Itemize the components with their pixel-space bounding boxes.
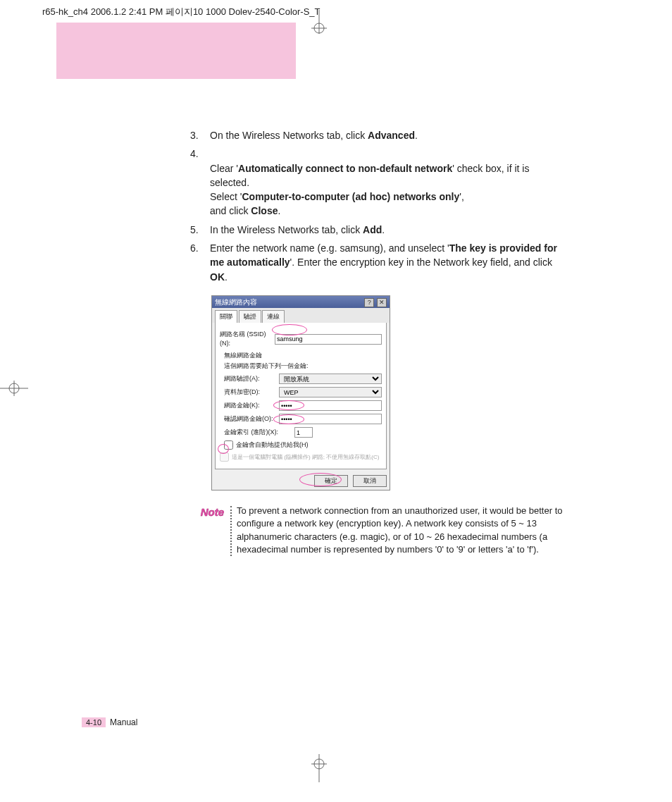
dialog-tabs: 關聯 驗證 連線: [212, 308, 390, 323]
note-block: Note To prevent a network connection fro…: [190, 505, 571, 556]
dialog-title: 無線網路內容: [215, 297, 257, 307]
text: .: [415, 130, 418, 141]
tab-authentication[interactable]: 驗證: [239, 310, 261, 323]
group-wireless-key: 無線網路金鑰: [224, 351, 382, 360]
help-button[interactable]: ?: [364, 298, 374, 307]
key-label: 網路金鑰(K):: [224, 401, 279, 410]
step-body: Clear 'Automatically connect to non-defa…: [210, 147, 571, 218]
adhoc-checkbox: [220, 452, 229, 462]
print-header: r65-hk_ch4 2006.1.2 2:41 PM 페이지10 1000 D…: [42, 6, 321, 18]
note-label: Note: [190, 505, 230, 556]
auth-select[interactable]: 開放系統: [279, 374, 382, 384]
text: .: [278, 205, 280, 216]
auth-label: 網路驗證(A):: [224, 374, 279, 383]
enc-label: 資料加密(D):: [224, 388, 279, 397]
enc-select[interactable]: WEP: [279, 387, 382, 397]
step-number: 5.: [190, 223, 210, 237]
confirm-key-input[interactable]: [279, 414, 382, 424]
ok-button[interactable]: 確定: [314, 475, 348, 487]
note-text: To prevent a network connection from an …: [235, 505, 571, 556]
registration-mark-left: [0, 381, 35, 396]
text: .: [382, 224, 385, 235]
key-index-label: 金鑰索引 (進階)(X):: [224, 428, 294, 437]
auto-key-checkbox[interactable]: [224, 440, 233, 450]
ssid-input[interactable]: [275, 334, 382, 345]
close-button[interactable]: ✕: [377, 298, 387, 307]
bold: OK: [210, 271, 225, 283]
note-dots: [230, 505, 235, 556]
footer-label: Manual: [110, 717, 137, 727]
pink-header-block: [56, 23, 296, 79]
text: Enter the network name (e.g. samsung), a…: [210, 242, 449, 254]
key-index-input[interactable]: [294, 427, 313, 438]
bold: Close: [251, 205, 278, 216]
cancel-button[interactable]: 取消: [353, 475, 387, 487]
step-number: 3.: [190, 128, 210, 142]
ssid-label: 網路名稱 (SSID)(N):: [220, 330, 275, 348]
tab-association[interactable]: 關聯: [215, 310, 237, 323]
step-body: On the Wireless Networks tab, click Adva…: [210, 128, 571, 142]
network-key-input[interactable]: [279, 400, 382, 411]
main-content: 3. On the Wireless Networks tab, click A…: [190, 128, 571, 556]
step-number: 4.: [190, 147, 210, 218]
dialog-screenshot: 無線網路內容 ? ✕ 關聯 驗證 連線 網路名稱 (SSID)(N): 無線網路…: [211, 295, 571, 491]
bold: Computer-to-computer (ad hoc) networks o…: [242, 191, 459, 202]
wireless-properties-dialog: 無線網路內容 ? ✕ 關聯 驗證 連線 網路名稱 (SSID)(N): 無線網路…: [211, 295, 390, 491]
dialog-buttons: 確定 取消: [212, 472, 390, 490]
text: On the Wireless Networks tab, click: [210, 130, 368, 141]
auto-key-label: 金鑰會自動地提供給我(H): [236, 440, 309, 450]
bold: Add: [363, 224, 382, 235]
dialog-titlebar: 無線網路內容 ? ✕: [212, 296, 390, 308]
step-5: 5. In the Wireless Networks tab, click A…: [190, 223, 571, 237]
tab-panel: 網路名稱 (SSID)(N): 無線網路金鑰 這個網路需要給下列一個金鑰: 網路…: [215, 323, 387, 469]
bold: Advanced: [368, 130, 415, 141]
bold: Automatically connect to non-default net…: [238, 163, 452, 174]
group-subtitle: 這個網路需要給下列一個金鑰:: [224, 362, 382, 371]
step-body: Enter the network name (e.g. samsung), a…: [210, 241, 571, 284]
step-body: In the Wireless Networks tab, click Add.: [210, 223, 571, 237]
text: Clear ': [210, 163, 238, 174]
page-number: 4-10: [82, 717, 106, 727]
registration-mark-top: [311, 10, 327, 38]
text: In the Wireless Networks tab, click: [210, 224, 363, 235]
tab-connection[interactable]: 連線: [262, 310, 285, 323]
registration-mark-bottom: [311, 754, 327, 789]
text: .: [225, 271, 228, 283]
step-number: 6.: [190, 241, 210, 284]
key-confirm-label: 確認網路金鑰(O):: [224, 414, 279, 424]
page-footer: 4-10 Manual: [82, 717, 137, 727]
step-3: 3. On the Wireless Networks tab, click A…: [190, 128, 571, 142]
step-4: 4. Clear 'Automatically connect to non-d…: [190, 147, 571, 218]
adhoc-label: 這是一個電腦對電腦 (臨機操作) 網路; 不使用無線存取點(C): [232, 453, 379, 462]
step-6: 6. Enter the network name (e.g. samsung)…: [190, 241, 571, 284]
text: '. Enter the encryption key in the Netwo…: [290, 257, 552, 268]
